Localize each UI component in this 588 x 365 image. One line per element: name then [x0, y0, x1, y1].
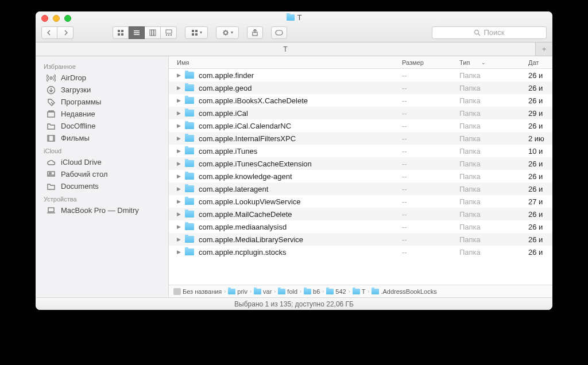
col-name[interactable]: Имя [169, 59, 402, 66]
minimize-button[interactable] [53, 15, 60, 22]
svg-rect-8 [152, 30, 153, 36]
disclosure-triangle-icon[interactable]: ▶ [173, 161, 184, 166]
file-row[interactable]: ▶ com.apple.InternalFiltersXPC -- Папка … [169, 132, 552, 145]
folder-icon [185, 122, 194, 129]
sidebar-item-label: Программы [61, 98, 101, 106]
view-gallery-button[interactable] [161, 26, 177, 39]
file-name: com.apple.ncplugin.stocks [199, 248, 402, 257]
disclosure-triangle-icon[interactable]: ▶ [173, 173, 184, 179]
disclosure-triangle-icon[interactable]: ▶ [173, 148, 184, 154]
file-row[interactable]: ▶ com.apple.MailCacheDelete -- Папка 26 … [169, 208, 552, 220]
svg-rect-16 [192, 33, 194, 36]
col-type[interactable]: Тип⌄ [459, 59, 528, 66]
disclosure-triangle-icon[interactable]: ▶ [173, 224, 184, 230]
disclosure-triangle-icon[interactable]: ▶ [173, 199, 184, 204]
path-crumb[interactable]: T [353, 288, 366, 295]
folder-icon [185, 135, 194, 142]
disclosure-triangle-icon[interactable]: ▶ [173, 211, 184, 217]
file-name: com.apple.iBooksX.CacheDelete [199, 96, 402, 105]
disclosure-triangle-icon[interactable]: ▶ [173, 72, 184, 78]
sidebar-item[interactable]: Загрузки [36, 84, 168, 96]
svg-rect-25 [48, 112, 55, 117]
file-row[interactable]: ▶ com.apple.ncplugin.stocks -- Папка 26 … [169, 246, 552, 258]
chevron-right-icon: › [224, 289, 226, 294]
folder-icon [185, 173, 194, 180]
file-row[interactable]: ▶ com.apple.LookupViewService -- Папка 2… [169, 195, 552, 208]
sidebar-item[interactable]: Программы [36, 96, 168, 108]
sidebar-item[interactable]: Недавние [36, 108, 168, 120]
close-button[interactable] [41, 15, 48, 22]
file-row[interactable]: ▶ com.apple.iCal.CalendarNC -- Папка 26 … [169, 119, 552, 132]
file-row[interactable]: ▶ com.apple.MediaLibraryService -- Папка… [169, 233, 552, 246]
file-type: Папка [459, 134, 528, 143]
disclosure-triangle-icon[interactable]: ▶ [173, 110, 184, 116]
view-list-button[interactable] [129, 26, 145, 39]
file-size: -- [402, 122, 459, 130]
path-crumb[interactable]: fold [278, 288, 297, 295]
sidebar-item[interactable]: MacBook Pro — Dmitry [36, 204, 168, 216]
disclosure-triangle-icon[interactable]: ▶ [173, 236, 184, 242]
col-size[interactable]: Размер [402, 59, 459, 66]
file-size: -- [402, 84, 459, 92]
file-row[interactable]: ▶ com.apple.iBooksX.CacheDelete -- Папка… [169, 94, 552, 107]
file-row[interactable]: ▶ com.apple.mediaanalysisd -- Папка 26 и [169, 220, 552, 233]
path-crumb[interactable]: priv [228, 288, 247, 295]
path-crumb[interactable]: .AddressBookLocks [372, 288, 436, 295]
view-columns-button[interactable] [145, 26, 161, 39]
view-segment [113, 26, 177, 39]
file-row[interactable]: ▶ com.apple.iTunes -- Папка 10 и [169, 145, 552, 157]
file-row[interactable]: ▶ com.apple.iCal -- Папка 29 и [169, 107, 552, 119]
file-name: com.apple.finder [199, 71, 402, 80]
back-button[interactable] [41, 26, 57, 39]
view-icons-button[interactable] [113, 26, 129, 39]
finder-window: T Поиск T + [36, 11, 552, 310]
sidebar-item[interactable]: DocOffline [36, 120, 168, 132]
downloads-icon [46, 86, 56, 94]
path-crumb[interactable]: 542 [326, 288, 346, 295]
disclosure-triangle-icon[interactable]: ▶ [173, 85, 184, 91]
file-date: 26 и [528, 235, 552, 244]
sidebar-item[interactable]: iCloud Drive [36, 156, 168, 168]
file-row[interactable]: ▶ com.apple.knowledge-agent -- Папка 26 … [169, 170, 552, 182]
forward-button[interactable] [57, 26, 74, 39]
group-button[interactable] [185, 26, 208, 39]
chevron-right-icon: › [250, 289, 252, 294]
sidebar-item[interactable]: Documents [36, 180, 168, 192]
disclosure-triangle-icon[interactable]: ▶ [173, 135, 184, 141]
search-field[interactable]: Поиск [432, 26, 547, 39]
file-date: 26 и [528, 71, 552, 80]
sidebar-item-label: AirDrop [61, 73, 86, 82]
tab[interactable]: T [36, 42, 535, 56]
col-date[interactable]: Дат [528, 59, 552, 66]
action-button[interactable] [216, 26, 239, 39]
share-button[interactable] [247, 26, 263, 39]
disclosure-triangle-icon[interactable]: ▶ [173, 98, 184, 103]
svg-rect-26 [49, 111, 53, 112]
path-crumb[interactable]: var [254, 288, 272, 295]
sidebar-item[interactable]: Рабочий стол [36, 168, 168, 180]
file-row[interactable]: ▶ com.apple.iTunesCacheExtension -- Папк… [169, 157, 552, 170]
sidebar-item-label: MacBook Pro — Dmitry [61, 206, 139, 215]
new-tab-button[interactable]: + [535, 42, 552, 56]
file-row[interactable]: ▶ com.apple.geod -- Папка 26 и [169, 81, 552, 94]
tags-button[interactable] [271, 26, 287, 39]
file-list[interactable]: ▶ com.apple.finder -- Папка 26 и▶ com.ap… [169, 69, 552, 285]
path-crumb[interactable]: Без названия [173, 288, 222, 295]
sidebar-item[interactable]: AirDrop [36, 72, 168, 84]
path-crumb[interactable]: b6 [304, 288, 320, 295]
sidebar-item[interactable]: Фильмы [36, 132, 168, 144]
disclosure-triangle-icon[interactable]: ▶ [173, 123, 184, 129]
file-type: Папка [459, 147, 528, 156]
file-size: -- [402, 185, 459, 193]
folder-icon [185, 211, 194, 218]
sidebar: ИзбранноеAirDropЗагрузкиПрограммыНедавни… [36, 56, 169, 297]
disclosure-triangle-icon[interactable]: ▶ [173, 186, 184, 192]
file-size: -- [402, 197, 459, 206]
file-name: com.apple.lateragent [199, 185, 402, 193]
file-row[interactable]: ▶ com.apple.finder -- Папка 26 и [169, 69, 552, 81]
disclosure-triangle-icon[interactable]: ▶ [173, 249, 184, 255]
sidebar-item-label: Рабочий стол [61, 170, 108, 178]
file-row[interactable]: ▶ com.apple.lateragent -- Папка 26 и [169, 182, 552, 195]
file-date: 26 и [528, 223, 552, 231]
zoom-button[interactable] [64, 15, 71, 22]
